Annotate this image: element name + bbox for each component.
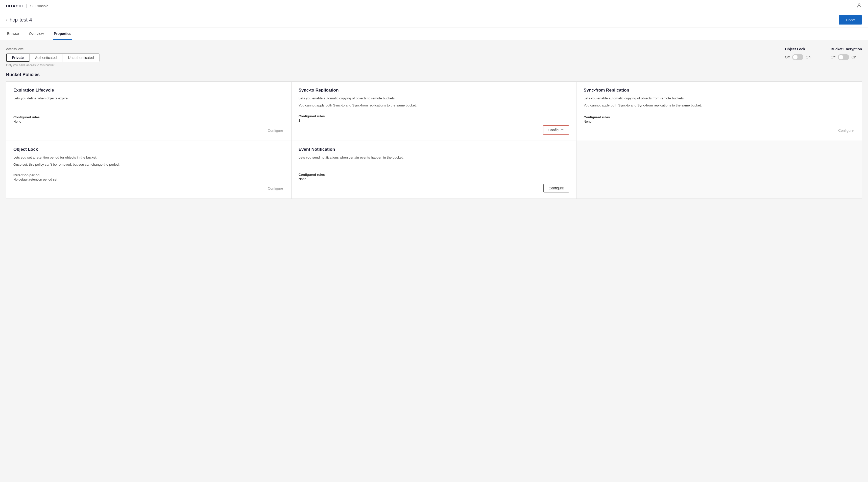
object-lock-toggle[interactable] [792,54,803,60]
access-btn-unauthenticated[interactable]: Unauthenticated [62,54,99,62]
user-icon[interactable] [857,3,862,9]
card-object-lock-meta: Retention period No default retention pe… [13,169,284,181]
console-label: S3 Console [30,4,48,8]
tab-overview[interactable]: Overview [28,28,45,40]
bucket-policies-title: Bucket Policies [6,72,862,77]
breadcrumb-bar: ‹ hcp-test-4 Done [0,12,868,28]
card-event-notification: Event Notification Lets you send notific… [291,141,577,199]
card-sync-to-title: Sync-to Replication [299,88,569,93]
access-btn-authenticated[interactable]: Authenticated [30,54,63,62]
top-settings-row: Access level Private Authenticated Unaut… [6,47,862,67]
card-object-lock-title: Object Lock [13,147,284,152]
object-lock-toggle-row: Off On [785,54,810,60]
card-object-lock-meta-label: Retention period [13,173,284,177]
back-arrow-icon: ‹ [6,17,7,23]
access-btn-private[interactable]: Private [6,54,30,62]
card-sync-from-meta-label: Configured rules [584,115,855,119]
card-object-lock-desc2: Once set, this policy can't be removed, … [13,162,284,167]
card-empty [577,141,862,199]
tab-browse[interactable]: Browse [6,28,20,40]
card-event-notification-meta-label: Configured rules [299,173,569,176]
access-level-label: Access level [6,47,99,51]
bucket-encryption-off-label: Off [831,55,835,59]
configure-expiration-button[interactable]: Configure [267,126,284,135]
bucket-encryption-toggle[interactable] [838,54,849,60]
done-button[interactable]: Done [839,15,862,25]
tabs-bar: Browse Overview Properties [0,28,868,40]
top-right-settings: Object Lock Off On Bucket Encryption Off [785,47,862,60]
card-object-lock: Object Lock Lets you set a retention per… [6,141,291,199]
card-sync-from-title: Sync-from Replication [584,88,855,93]
card-sync-to-meta: Configured rules 1 [299,110,569,122]
card-expiration-meta: Configured rules None [13,111,284,123]
card-sync-from-meta: Configured rules None [584,111,855,123]
card-sync-to-actions: Configure [299,125,569,135]
bucket-name: hcp-test-4 [9,17,32,23]
card-sync-from-actions: Configure [584,126,855,135]
card-object-lock-desc: Lets you set a retention period for obje… [13,155,284,160]
configure-sync-to-button[interactable]: Configure [543,125,569,135]
header: HITACHI | S3 Console [0,0,868,12]
object-lock-slider [792,54,803,60]
card-event-notification-meta-value: None [299,177,569,181]
card-sync-from: Sync-from Replication Lets you enable au… [577,82,862,141]
card-sync-to: Sync-to Replication Lets you enable auto… [291,82,577,141]
card-expiration-desc: Lets you define when objects expire. [13,96,284,101]
configure-event-notification-button[interactable]: Configure [544,184,569,193]
object-lock-on-label: On [806,55,811,59]
policy-cards-grid: Expiration Lifecycle Lets you define whe… [6,81,862,199]
configure-sync-from-button[interactable]: Configure [837,126,855,135]
access-btn-group: Private Authenticated Unauthenticated [6,53,99,62]
card-sync-to-meta-value: 1 [299,119,569,122]
bucket-encryption-on-label: On [851,55,857,59]
card-object-lock-meta-value: No default retention period set [13,177,284,181]
content-area: Access level Private Authenticated Unaut… [0,40,868,482]
card-event-notification-meta: Configured rules None [299,169,569,181]
card-expiration-meta-value: None [13,120,284,123]
card-expiration-title: Expiration Lifecycle [13,88,284,93]
bucket-policies-section: Bucket Policies Expiration Lifecycle Let… [6,72,862,199]
card-sync-to-meta-label: Configured rules [299,114,569,118]
svg-point-0 [858,4,860,5]
card-event-notification-desc: Lets you send notifications when certain… [299,155,569,160]
object-lock-off-label: Off [785,55,789,59]
card-event-notification-actions: Configure [299,184,569,193]
card-expiration-lifecycle: Expiration Lifecycle Lets you define whe… [6,82,291,141]
header-divider: | [26,3,27,8]
bucket-encryption-slider [838,54,849,60]
card-expiration-actions: Configure [13,126,284,135]
breadcrumb-back[interactable]: ‹ hcp-test-4 [6,17,32,23]
bucket-encryption-title: Bucket Encryption [831,47,862,51]
card-sync-from-meta-value: None [584,120,855,123]
bucket-encryption-toggle-row: Off On [831,54,862,60]
card-object-lock-actions: Configure [13,185,284,193]
bucket-encryption-setting: Bucket Encryption Off On [831,47,862,60]
card-sync-to-desc2: You cannot apply both Sync-to and Sync-f… [299,103,569,108]
tab-properties[interactable]: Properties [53,28,72,40]
card-sync-from-desc: Lets you enable automatic copying of obj… [584,96,855,101]
card-sync-from-desc2: You cannot apply both Sync-to and Sync-f… [584,103,855,108]
brand-logo: HITACHI [6,4,23,8]
card-sync-to-desc: Lets you enable automatic copying of obj… [299,96,569,101]
access-level-section: Access level Private Authenticated Unaut… [6,47,99,67]
object-lock-title: Object Lock [785,47,810,51]
access-hint: Only you have access to this bucket. [6,63,99,67]
configure-object-lock-button[interactable]: Configure [267,185,284,193]
card-expiration-meta-label: Configured rules [13,115,284,119]
object-lock-setting: Object Lock Off On [785,47,810,60]
card-event-notification-title: Event Notification [299,147,569,152]
